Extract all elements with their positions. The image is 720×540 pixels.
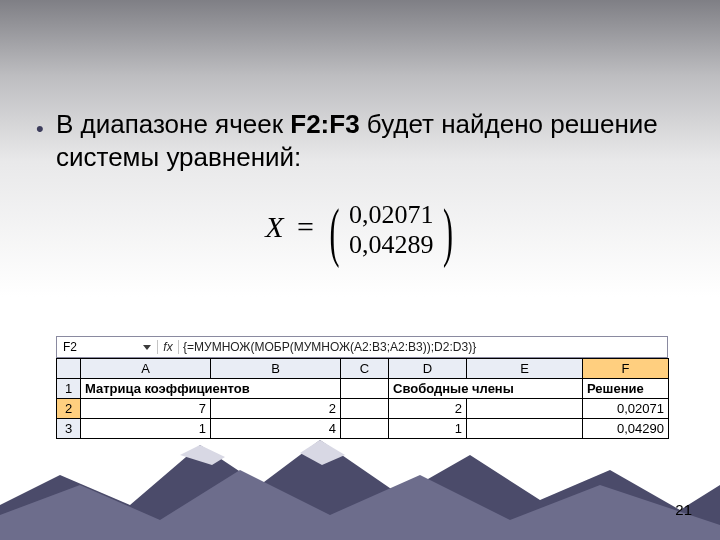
name-box[interactable]: F2 xyxy=(57,340,158,354)
cell-a2[interactable]: 7 xyxy=(81,399,211,419)
body-text: • В диапазоне ячеек F2:F3 будет найдено … xyxy=(56,108,676,173)
row-header-2[interactable]: 2 xyxy=(57,399,81,419)
col-header-a[interactable]: A xyxy=(81,359,211,379)
row-header-3[interactable]: 3 xyxy=(57,419,81,439)
excel-fragment: F2 fx {=МУМНОЖ(МОБР(МУМНОЖ(A2:B3;A2:B3))… xyxy=(56,336,668,439)
col-header-row: A B C D E F xyxy=(57,359,669,379)
table-row: 1 Матрица коэффициентов Свободные члены … xyxy=(57,379,669,399)
formula-vector: 0,02071 0,04289 xyxy=(349,200,434,260)
slide: • В диапазоне ячеек F2:F3 будет найдено … xyxy=(0,0,720,540)
name-box-value: F2 xyxy=(63,340,77,354)
formula-v1: 0,02071 xyxy=(349,200,434,229)
corner-cell[interactable] xyxy=(57,359,81,379)
formula-v2: 0,04289 xyxy=(349,230,434,259)
formula: X = ( 0,02071 0,04289 ) xyxy=(0,200,720,260)
paren-left: ( xyxy=(329,195,339,270)
page-number: 21 xyxy=(675,501,692,518)
formula-x: X xyxy=(265,210,283,243)
row-header-1[interactable]: 1 xyxy=(57,379,81,399)
header-matrix[interactable]: Матрица коэффициентов xyxy=(81,379,341,399)
cell-a3[interactable]: 1 xyxy=(81,419,211,439)
cell-c3[interactable] xyxy=(341,419,389,439)
table-row: 2 7 2 2 0,02071 xyxy=(57,399,669,419)
cell-e2[interactable] xyxy=(467,399,583,419)
col-header-f[interactable]: F xyxy=(583,359,669,379)
spreadsheet-grid: A B C D E F 1 Матрица коэффициентов Своб… xyxy=(56,358,669,439)
chevron-down-icon xyxy=(143,345,151,350)
cell-f3[interactable]: 0,04290 xyxy=(583,419,669,439)
cell-c2[interactable] xyxy=(341,399,389,419)
text-pre: В диапазоне ячеек xyxy=(56,109,290,139)
col-header-d[interactable]: D xyxy=(389,359,467,379)
cell-d3[interactable]: 1 xyxy=(389,419,467,439)
cell-f2[interactable]: 0,02071 xyxy=(583,399,669,419)
cell-d2[interactable]: 2 xyxy=(389,399,467,419)
cell-b3[interactable]: 4 xyxy=(211,419,341,439)
formula-eq: = xyxy=(297,210,314,243)
bullet-glyph: • xyxy=(36,118,44,140)
header-free[interactable]: Свободные члены xyxy=(389,379,583,399)
col-header-c[interactable]: C xyxy=(341,359,389,379)
cell-e3[interactable] xyxy=(467,419,583,439)
col-header-b[interactable]: B xyxy=(211,359,341,379)
cell-b2[interactable]: 2 xyxy=(211,399,341,419)
cell-c1[interactable] xyxy=(341,379,389,399)
header-solution[interactable]: Решение xyxy=(583,379,669,399)
paren-right: ) xyxy=(443,195,453,270)
col-header-e[interactable]: E xyxy=(467,359,583,379)
table-row: 3 1 4 1 0,04290 xyxy=(57,419,669,439)
fx-icon[interactable]: fx xyxy=(158,340,179,354)
formula-bar-content[interactable]: {=МУМНОЖ(МОБР(МУМНОЖ(A2:B3;A2:B3));D2:D3… xyxy=(179,340,667,354)
formula-bar: F2 fx {=МУМНОЖ(МОБР(МУМНОЖ(A2:B3;A2:B3))… xyxy=(56,336,668,358)
text-range: F2:F3 xyxy=(290,109,359,139)
